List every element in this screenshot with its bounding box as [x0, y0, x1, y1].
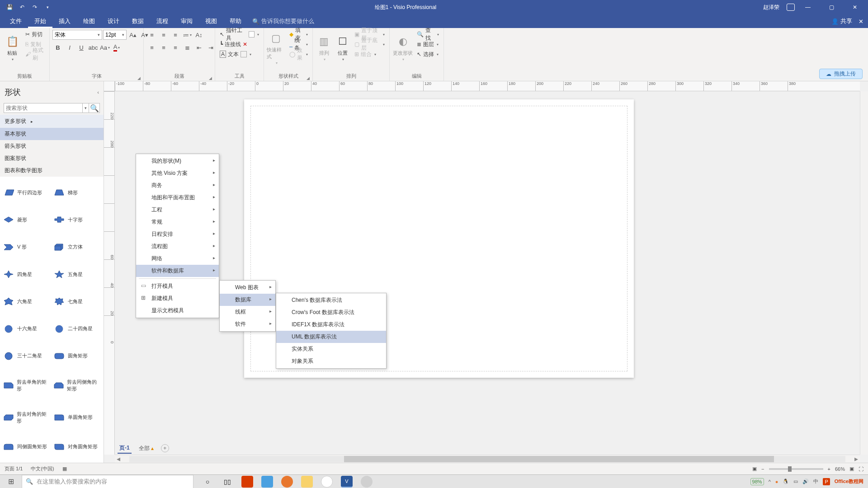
tab-file[interactable]: 文件: [4, 14, 28, 28]
menu-item[interactable]: 网络▸: [136, 253, 219, 265]
menu-item[interactable]: 常规▸: [136, 216, 219, 228]
more-shapes-button[interactable]: 更多形状▸: [0, 115, 104, 128]
menu-item[interactable]: 商务▸: [136, 179, 219, 192]
bold-button[interactable]: B: [52, 42, 63, 52]
drag-upload-button[interactable]: ☁拖拽上传: [819, 69, 863, 79]
menu-item[interactable]: 数据库▸: [220, 294, 275, 306]
shape-item[interactable]: 十字形: [52, 206, 102, 233]
menu-item[interactable]: 我的形状(M)▸: [136, 155, 219, 167]
cut-button[interactable]: ✂剪切: [24, 30, 47, 39]
menu-item[interactable]: 显示文档模具: [136, 305, 219, 317]
justify-button[interactable]: ≣: [182, 42, 193, 52]
tab-design[interactable]: 设计: [101, 14, 126, 28]
tray-ime-icon[interactable]: 中: [813, 478, 818, 485]
menu-item[interactable]: 其他 Visio 方案▸: [136, 167, 219, 179]
text-direction-button[interactable]: A↕: [193, 30, 204, 40]
cortana-icon[interactable]: ○: [202, 476, 213, 488]
tab-draw[interactable]: 绘图: [77, 14, 101, 28]
menu-item[interactable]: 流程图▸: [136, 240, 219, 253]
scroll-left-icon[interactable]: ◂: [115, 455, 122, 463]
italic-button[interactable]: I: [64, 42, 75, 52]
shape-item[interactable]: 菱形: [2, 206, 52, 233]
shape-item[interactable]: 三十二角星: [2, 343, 52, 369]
menu-item[interactable]: Crow's Foot 数据库表示法: [276, 306, 386, 319]
stencil-arrow-shapes[interactable]: 箭头形状: [0, 140, 104, 152]
arrange-button[interactable]: ▥排列▾: [316, 30, 332, 66]
shape-item[interactable]: 六角星: [2, 288, 52, 314]
scrollbar-horizontal[interactable]: ◂ ▸: [115, 455, 860, 463]
search-shapes-input[interactable]: [4, 103, 83, 113]
task-view-icon[interactable]: ▯▯: [222, 476, 233, 488]
zoom-out-button[interactable]: −: [761, 466, 764, 472]
shapestyle-dialog-launcher[interactable]: ◢: [307, 76, 310, 80]
layers-button[interactable]: ≣图层▾: [415, 40, 441, 49]
font-color-button[interactable]: A▾: [111, 42, 122, 52]
change-case-button[interactable]: Aa▾: [99, 42, 110, 52]
start-button[interactable]: ⊞: [0, 475, 22, 488]
effects-button[interactable]: ◯效果▾: [288, 50, 310, 59]
menu-item[interactable]: 软件▸: [220, 318, 275, 330]
shape-item[interactable]: 梯形: [52, 179, 102, 206]
page-tab-1[interactable]: 页-1: [118, 443, 132, 454]
shape-item[interactable]: 剪去同侧角的矩形: [52, 370, 102, 401]
qat-customize-icon[interactable]: ▾: [42, 2, 52, 12]
taskbar-app-visio[interactable]: V: [341, 476, 353, 488]
shape-item[interactable]: 同侧圆角矩形: [2, 434, 52, 460]
taskbar-app-blank[interactable]: [321, 476, 333, 488]
zoom-level[interactable]: 66%: [835, 466, 845, 472]
tab-insert[interactable]: 插入: [52, 14, 77, 28]
shape-item[interactable]: 二十四角星: [52, 315, 102, 342]
scrollbar-thumb[interactable]: [344, 456, 774, 462]
menu-item[interactable]: Web 图表▸: [220, 282, 275, 294]
tab-view[interactable]: 视图: [199, 14, 223, 28]
user-name[interactable]: 赵泽荣: [759, 4, 784, 11]
ruler-vertical[interactable]: 2202006040200: [104, 91, 115, 455]
menu-item[interactable]: IDEF1X 数据库表示法: [276, 319, 386, 331]
zoom-in-button[interactable]: +: [828, 466, 830, 472]
maximize-button[interactable]: ▢: [821, 0, 842, 14]
menu-item[interactable]: UML 数据库表示法: [276, 331, 386, 343]
shape-item[interactable]: 四角星: [2, 261, 52, 287]
share-button[interactable]: 👤共享: [831, 17, 852, 25]
minimize-button[interactable]: —: [797, 0, 818, 14]
scrollbar-vertical[interactable]: [860, 91, 868, 455]
connector-tool-button[interactable]: ┗连接线✕: [218, 40, 249, 49]
macro-record-icon[interactable]: ▦: [62, 466, 67, 472]
shape-item[interactable]: 剪去单角的矩形: [2, 370, 52, 401]
position-button[interactable]: ☐位置▾: [334, 30, 351, 66]
align-left-button[interactable]: ≡: [146, 42, 157, 52]
font-name-combo[interactable]: 宋体▾: [52, 30, 102, 40]
font-size-combo[interactable]: 12pt▾: [103, 30, 127, 40]
collapse-pane-icon[interactable]: ‹: [97, 89, 99, 95]
zoom-slider[interactable]: [769, 468, 823, 470]
tab-review[interactable]: 审阅: [175, 14, 199, 28]
tray-icon[interactable]: P: [823, 478, 830, 485]
indent-inc-button[interactable]: ⇥: [205, 42, 216, 52]
pointer-tool-button[interactable]: ↖指针工具▾: [218, 30, 261, 39]
scroll-right-icon[interactable]: ▸: [853, 455, 860, 463]
text-tool-button[interactable]: A文本▾: [218, 50, 253, 59]
tray-icon[interactable]: 🐧: [783, 479, 789, 484]
menu-item[interactable]: 打开模具▭: [136, 280, 219, 292]
save-icon[interactable]: 💾: [5, 2, 14, 12]
find-button[interactable]: 🔍查找▾: [415, 30, 441, 39]
change-shape-button[interactable]: ◐更改形状▾: [392, 30, 413, 66]
quick-styles-button[interactable]: ▢ 快速样式▾: [267, 30, 286, 66]
indent-dec-button[interactable]: ⇤: [193, 42, 204, 52]
strike-button[interactable]: abc: [88, 42, 99, 52]
tab-home[interactable]: 开始: [28, 14, 52, 28]
shape-item[interactable]: 单圆角矩形: [52, 402, 102, 432]
taskbar-app-explorer[interactable]: [301, 476, 313, 488]
tab-help[interactable]: 帮助: [223, 14, 248, 28]
fit-window-icon[interactable]: ▣: [849, 466, 854, 472]
grow-font-button[interactable]: A▴: [127, 30, 138, 40]
battery-indicator[interactable]: 98%: [750, 478, 764, 485]
shape-item[interactable]: 七角星: [52, 288, 102, 314]
shape-item[interactable]: 十六角星: [2, 315, 52, 342]
shape-item[interactable]: 立方体: [52, 234, 102, 260]
shape-item[interactable]: 平行四边形: [2, 179, 52, 206]
stencil-basic-shapes[interactable]: 基本形状: [0, 128, 104, 140]
status-language[interactable]: 中文(中国): [31, 465, 54, 472]
taskbar-app-1[interactable]: [261, 476, 273, 488]
account-icon[interactable]: [787, 4, 795, 11]
